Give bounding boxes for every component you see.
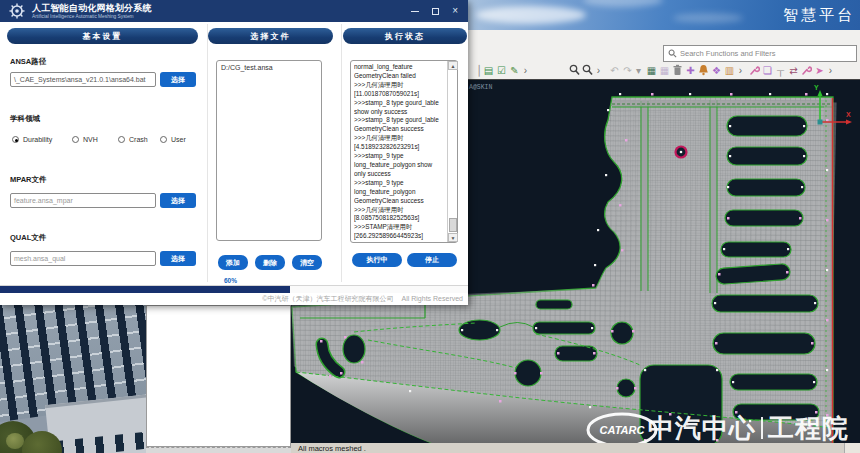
- screen: Y X A@SKIN CATARC 中汽中心 工程院 智慧平台 Search F…: [0, 0, 860, 453]
- mpar-browse-button[interactable]: 选择: [160, 193, 196, 208]
- clamp-icon[interactable]: ┬: [775, 64, 786, 77]
- viewport-corner-label: A@SKIN: [469, 84, 493, 91]
- swap-icon[interactable]: ⇄: [788, 64, 799, 77]
- edge-partial-icon[interactable]: ▕: [470, 64, 481, 77]
- dialog-titlebar[interactable]: 人工智能自动化网格划分系统 Artificial Intelligence Au…: [0, 0, 468, 22]
- radio-crash[interactable]: Crash: [118, 136, 148, 143]
- file-list[interactable]: D:/CG_test.ansa: [216, 60, 322, 241]
- domain-radio-group: Durability NVH Crash User: [10, 136, 200, 146]
- checkbox-icon[interactable]: ☑: [496, 64, 507, 77]
- scroll-thumb[interactable]: [449, 218, 457, 232]
- zoom-settings-icon[interactable]: [569, 64, 580, 77]
- scroll-up-icon[interactable]: ▲: [448, 61, 458, 70]
- remove-button[interactable]: 删除: [255, 255, 285, 270]
- diamond-icon[interactable]: ❖: [711, 64, 722, 77]
- zoom-icon[interactable]: [582, 64, 593, 77]
- ansa-path-input[interactable]: \_CAE_Systems\ansa_v21.0.1\ansa64.bat: [10, 72, 156, 87]
- search-input[interactable]: Search Functions and Filters: [663, 45, 857, 62]
- dialog-subtitle: Artificial Intelligence Automatic Meshin…: [32, 14, 152, 20]
- radio-durability[interactable]: Durability: [12, 136, 52, 143]
- toolbar-icons: ▕▤☑✎››↶↷▾▦▦✚❖▥›❏┬⇄➤›: [470, 63, 836, 78]
- bell-icon[interactable]: [698, 64, 709, 77]
- panel-icon[interactable]: ▥: [724, 64, 735, 77]
- clear-button[interactable]: 清空: [292, 255, 322, 270]
- qual-input[interactable]: mesh.ansa_qual: [10, 251, 156, 266]
- domain-label: 学科领域: [10, 114, 40, 124]
- undo-icon[interactable]: ↶: [609, 64, 620, 77]
- tree: [6, 433, 24, 449]
- minimize-button[interactable]: [411, 11, 419, 12]
- note-icon[interactable]: ❏: [762, 64, 773, 77]
- progress-bar: [0, 285, 468, 293]
- ansa-path-browse-button[interactable]: 选择: [160, 72, 196, 87]
- resize-grip[interactable]: [844, 443, 860, 453]
- mpar-input[interactable]: feature.ansa_mpar: [10, 193, 156, 208]
- running-button[interactable]: 执行中: [352, 253, 402, 267]
- qual-label: QUAL文件: [10, 233, 46, 243]
- execution-log[interactable]: normal_long_feature GeometryClean failed…: [350, 60, 458, 243]
- chevron-icon[interactable]: ›: [737, 64, 744, 77]
- log-text: normal_long_feature GeometryClean failed…: [354, 63, 448, 240]
- copyright: ©中汽研（天津）汽车工程研究院有限公司All Rights Reserved: [262, 294, 463, 304]
- wrench-icon[interactable]: [749, 64, 760, 77]
- trash-icon[interactable]: [672, 64, 683, 77]
- stop-button[interactable]: 停止: [407, 253, 457, 267]
- green-sheet-icon[interactable]: ▤: [483, 64, 494, 77]
- chevron-icon[interactable]: ›: [595, 64, 602, 77]
- search-icon: [668, 49, 677, 58]
- hotpoint-marker: [676, 147, 687, 158]
- svg-text:CATARC: CATARC: [600, 424, 646, 436]
- status-message: All macros meshed .: [298, 444, 366, 453]
- dialog-title: 人工智能自动化网格划分系统: [32, 3, 152, 14]
- axis-y-label: Y: [814, 84, 819, 91]
- radio-nvh[interactable]: NVH: [72, 136, 98, 143]
- probe-icon[interactable]: [801, 64, 812, 77]
- move-icon[interactable]: ✚: [685, 64, 696, 77]
- chevron-icon[interactable]: ›: [522, 64, 529, 77]
- platform-brand: 智慧平台: [783, 6, 855, 25]
- status-bar: All macros meshed .: [291, 443, 860, 453]
- qual-browse-button[interactable]: 选择: [160, 251, 196, 266]
- pencil-icon[interactable]: ✎: [509, 64, 520, 77]
- panel-strip: [146, 447, 291, 453]
- redo-icon[interactable]: ↷: [622, 64, 633, 77]
- file-list-item[interactable]: D:/CG_test.ansa: [221, 64, 317, 71]
- radio-user[interactable]: User: [160, 136, 186, 143]
- brush-icon[interactable]: ➤: [814, 64, 825, 77]
- meshing-dialog: 人工智能自动化网格划分系统 Artificial Intelligence Au…: [0, 0, 468, 305]
- app-toolbar: Search Functions and Filters ▕▤☑✎››↶↷▾▦▦…: [468, 30, 860, 80]
- maximize-button[interactable]: [432, 8, 439, 15]
- app-logo-icon: [9, 3, 25, 19]
- scroll-down-icon[interactable]: ▼: [448, 233, 458, 242]
- grid-light-icon[interactable]: ▦: [659, 64, 670, 77]
- log-scrollbar[interactable]: ▲ ▼: [447, 61, 457, 242]
- mpar-label: MPAR文件: [10, 175, 47, 185]
- section-exec-status: 执行状态: [343, 28, 467, 44]
- side-file-panel[interactable]: [146, 305, 291, 447]
- progress-percent: 60%: [224, 277, 237, 284]
- section-select-files: 选择文件: [208, 28, 333, 44]
- close-button[interactable]: ×: [452, 6, 458, 16]
- grid-dark-icon[interactable]: ▦: [646, 64, 657, 77]
- add-button[interactable]: 添加: [218, 255, 248, 270]
- caret-icon[interactable]: ▾: [635, 64, 642, 77]
- ansa-path-label: ANSA路径: [10, 57, 46, 67]
- progress-fill: [0, 286, 290, 293]
- building-photo: [0, 305, 146, 453]
- sky-banner: 智慧平台: [468, 0, 860, 30]
- watermark-text: 中汽中心 工程院: [648, 410, 858, 446]
- axis-x-label: X: [846, 111, 851, 118]
- section-basic-settings: 基本设置: [7, 28, 198, 44]
- chevron-icon[interactable]: ›: [827, 64, 834, 77]
